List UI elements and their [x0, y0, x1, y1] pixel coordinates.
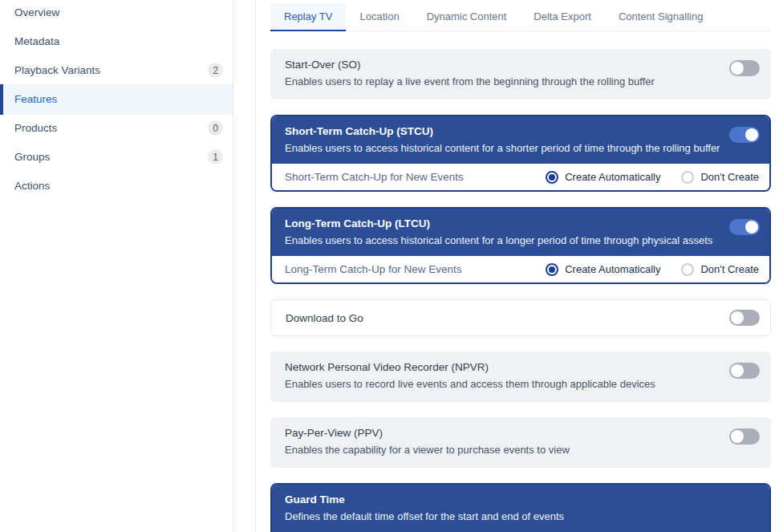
- subrow-label: Long-Term Catch-Up for New Events: [285, 263, 462, 275]
- radio-icon[interactable]: [681, 171, 694, 184]
- sidebar-item-playback-variants[interactable]: Playback Variants 2: [0, 55, 233, 86]
- feature-text: Long-Term Catch-Up (LTCU) Enables users …: [285, 217, 712, 246]
- radio-label: Don't Create: [700, 171, 759, 183]
- feature-card-npvr: Network Personal Video Recorder (NPVR) E…: [270, 351, 771, 402]
- sidebar-item-label: Features: [14, 93, 57, 105]
- feature-card-start-over: Start-Over (SO) Enables users to replay …: [270, 49, 771, 99]
- feature-card-list: Start-Over (SO) Enables users to replay …: [270, 49, 771, 532]
- sidebar-item-label: Groups: [14, 151, 50, 163]
- count-badge: 0: [208, 120, 223, 136]
- start-over-toggle[interactable]: [729, 60, 760, 76]
- radio-label: Create Automatically: [565, 263, 660, 275]
- ltcu-header: Long-Term Catch-Up (LTCU) Enables users …: [272, 209, 769, 256]
- tab-dynamic-content[interactable]: Dynamic Content: [413, 3, 521, 30]
- sidebar-item-label: Overview: [14, 6, 59, 18]
- radio-create-automatically[interactable]: Create Automatically: [546, 171, 660, 184]
- count-badge: 1: [208, 149, 223, 164]
- sidebar-item-label: Products: [14, 122, 57, 134]
- guard-time-header: Guard Time Defines the default time offs…: [272, 485, 769, 532]
- ltcu-radio-group: Create Automatically Don't Create: [546, 263, 759, 276]
- feature-description: Enables users to access historical conte…: [285, 142, 720, 154]
- tab-content-signalling[interactable]: Content Signalling: [605, 3, 717, 30]
- ltcu-toggle[interactable]: [729, 219, 760, 235]
- sidebar: Overview Metadata Playback Variants 2 Fe…: [0, 0, 233, 532]
- feature-card-download-to-go: Download to Go: [270, 299, 771, 336]
- feature-title: Long-Term Catch-Up (LTCU): [285, 217, 712, 229]
- tab-replay-tv[interactable]: Replay TV: [270, 3, 346, 31]
- feature-description: Enables users to record live events and …: [285, 378, 655, 390]
- stcu-toggle[interactable]: [729, 127, 760, 143]
- feature-title: Network Personal Video Recorder (NPVR): [285, 361, 655, 373]
- feature-text: Network Personal Video Recorder (NPVR) E…: [285, 361, 655, 390]
- radio-icon[interactable]: [546, 171, 558, 184]
- sidebar-item-overview[interactable]: Overview: [0, 0, 233, 28]
- ltcu-subrow: Long-Term Catch-Up for New Events Create…: [272, 256, 769, 282]
- feature-title: Guard Time: [285, 493, 564, 506]
- feature-text: Start-Over (SO) Enables users to replay …: [285, 59, 655, 87]
- subrow-label: Short-Term Catch-Up for New Events: [285, 171, 464, 183]
- feature-text: Pay-Per-View (PPV) Enables the capabilit…: [285, 427, 570, 456]
- download-to-go-toggle[interactable]: [729, 310, 760, 326]
- sidebar-item-label: Metadata: [14, 35, 59, 47]
- stcu-radio-group: Create Automatically Don't Create: [546, 171, 759, 184]
- sidebar-item-features[interactable]: Features: [0, 84, 233, 115]
- feature-card-ppv: Pay-Per-View (PPV) Enables the capabilit…: [270, 417, 771, 468]
- feature-text: Guard Time Defines the default time offs…: [285, 493, 564, 522]
- ppv-toggle[interactable]: [729, 428, 760, 445]
- feature-title: Download to Go: [286, 312, 363, 324]
- sidebar-item-products[interactable]: Products 0: [0, 113, 233, 144]
- tab-bar: Replay TV Location Dynamic Content Delta…: [270, 3, 771, 31]
- radio-label: Don't Create: [700, 263, 759, 275]
- radio-icon[interactable]: [546, 263, 558, 276]
- radio-dont-create[interactable]: Don't Create: [681, 263, 759, 276]
- feature-description: Enables users to access historical conte…: [285, 234, 712, 246]
- feature-card-stcu: Short-Term Catch-Up (STCU) Enables users…: [270, 115, 771, 192]
- sidebar-item-label: Actions: [14, 180, 50, 192]
- feature-card-ltcu: Long-Term Catch-Up (LTCU) Enables users …: [270, 207, 771, 284]
- feature-title: Short-Term Catch-Up (STCU): [285, 125, 720, 137]
- radio-label: Create Automatically: [565, 171, 660, 183]
- radio-create-automatically[interactable]: Create Automatically: [546, 263, 660, 276]
- stcu-subrow: Short-Term Catch-Up for New Events Creat…: [272, 164, 769, 190]
- radio-icon[interactable]: [681, 263, 694, 276]
- feature-title: Pay-Per-View (PPV): [285, 427, 570, 439]
- feature-text: Short-Term Catch-Up (STCU) Enables users…: [285, 125, 720, 154]
- main-panel: Replay TV Location Dynamic Content Delta…: [256, 0, 783, 532]
- feature-description: Defines the default time offset for the …: [285, 510, 564, 522]
- feature-title: Start-Over (SO): [285, 59, 655, 71]
- sidebar-item-label: Playback Variants: [14, 64, 100, 76]
- sidebar-item-actions[interactable]: Actions: [0, 171, 233, 201]
- feature-card-guard-time: Guard Time Defines the default time offs…: [270, 483, 771, 532]
- radio-dont-create[interactable]: Don't Create: [681, 171, 759, 184]
- count-badge: 2: [208, 63, 223, 78]
- app-window: Overview Metadata Playback Variants 2 Fe…: [0, 0, 783, 532]
- sidebar-item-groups[interactable]: Groups 1: [0, 142, 233, 173]
- sidebar-item-metadata[interactable]: Metadata: [0, 26, 233, 57]
- npvr-toggle[interactable]: [729, 363, 760, 379]
- tab-location[interactable]: Location: [346, 3, 412, 30]
- tab-delta-export[interactable]: Delta Export: [520, 3, 605, 30]
- feature-description: Enables users to replay a live event fro…: [285, 75, 655, 87]
- feature-description: Enables the capability for a viewer to p…: [285, 444, 570, 456]
- stcu-header: Short-Term Catch-Up (STCU) Enables users…: [272, 116, 769, 164]
